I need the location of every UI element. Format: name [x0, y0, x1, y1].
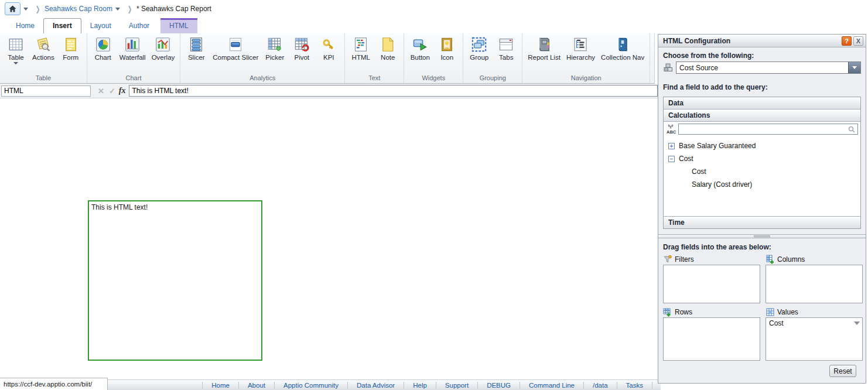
tab-home[interactable]: Home [7, 19, 43, 33]
filters-dropzone[interactable] [663, 265, 760, 303]
values-dropzone[interactable]: Cost [766, 317, 863, 361]
slicer-icon [189, 37, 204, 52]
panel-splitter[interactable] [658, 234, 866, 238]
ribbon-group-label: Analytics [183, 73, 342, 83]
close-button[interactable]: X [853, 36, 863, 46]
room-dropdown-caret[interactable] [115, 8, 120, 11]
picker-button[interactable]: Picker [261, 35, 288, 62]
rows-label: Rows [663, 307, 760, 317]
collection-nav-button[interactable]: Collection Nav [598, 35, 647, 62]
accept-icon[interactable]: ✓ [109, 87, 115, 95]
status-link-command-line[interactable]: Command Line [520, 382, 583, 389]
actions-button[interactable]: Actions [29, 35, 57, 62]
tab-layout[interactable]: Layout [81, 19, 120, 33]
ribbon-group-label: Table [2, 73, 84, 83]
pivot-button[interactable]: Pivot [288, 35, 315, 62]
tab-html-contextual[interactable]: HTML [160, 18, 197, 33]
values-label: Values [766, 307, 863, 317]
cancel-icon[interactable]: ✕ [98, 87, 104, 95]
compact-slicer-icon [228, 37, 243, 52]
waterfall-icon [125, 37, 140, 52]
note-button[interactable]: Note [374, 35, 401, 62]
section-calculations[interactable]: Calculations [664, 110, 860, 122]
help-button[interactable]: ? [842, 36, 852, 46]
table-dropdown-caret [13, 62, 18, 64]
kpi-button[interactable]: KPI [315, 35, 342, 62]
tree-item-cost[interactable]: − Cost [668, 152, 860, 165]
compact-slicer-button[interactable]: Compact Slicer [210, 35, 261, 62]
chart-button[interactable]: Chart [90, 35, 117, 62]
report-list-button[interactable]: Report List [525, 35, 563, 62]
values-field-cost[interactable]: Cost [766, 318, 862, 327]
icon-widget-icon [439, 37, 454, 52]
drag-areas-label: Drag fields into the areas below: [658, 241, 866, 253]
form-button[interactable]: Form [57, 35, 84, 62]
field-search-input[interactable] [679, 125, 848, 134]
source-select[interactable]: Cost Source [676, 61, 861, 74]
pivot-icon [294, 37, 309, 52]
breadcrumb-room[interactable]: Seahawks Cap Room [45, 5, 112, 13]
status-link-apptio-community[interactable]: Apptio Community [274, 382, 347, 389]
reset-row: Reset [658, 365, 866, 377]
status-link-data-advisor[interactable]: Data Advisor [347, 382, 404, 389]
overlay-button[interactable]: Overlay [149, 35, 178, 62]
rows-dropzone[interactable] [663, 317, 760, 361]
icon-widget-button[interactable]: Icon [433, 35, 460, 62]
svg-text:ABC: ABC [667, 129, 676, 135]
ribbon-group-text: HTML Note Text [345, 33, 404, 83]
slicer-button[interactable]: Slicer [183, 35, 210, 62]
table-button[interactable]: Table [2, 35, 29, 66]
ribbon: Table Actions Form Table Chart [0, 33, 655, 84]
ribbon-group-label: Navigation [525, 73, 647, 83]
button-widget-icon [412, 37, 428, 52]
search-icon[interactable] [848, 125, 856, 134]
columns-icon [766, 255, 775, 264]
tree-item-salary-cost-driver[interactable]: Salary (Cost driver) [668, 178, 860, 191]
breadcrumb-chevron: ❯ [128, 5, 132, 13]
expand-icon[interactable]: + [668, 143, 675, 149]
home-dropdown-caret[interactable] [23, 8, 28, 11]
picker-icon [267, 37, 282, 52]
panel-title: HTML Configuration [663, 37, 840, 45]
tab-insert[interactable]: Insert [43, 18, 81, 33]
status-link-tasks[interactable]: Tasks [617, 382, 652, 389]
hierarchy-button[interactable]: Hierarchy [563, 35, 598, 62]
collapse-icon[interactable]: − [668, 156, 675, 162]
home-button[interactable] [5, 2, 20, 15]
report-canvas[interactable]: This is HTML text! [0, 98, 658, 379]
fx-icon[interactable]: fx [119, 86, 126, 95]
group-icon [471, 37, 487, 52]
group-button[interactable]: Group [466, 35, 493, 62]
status-link-data[interactable]: /data [583, 382, 617, 389]
status-link-help[interactable]: Help [404, 382, 436, 389]
status-link-support[interactable]: Support [436, 382, 477, 389]
status-link-debug[interactable]: DEBUG [477, 382, 520, 389]
button-widget-button[interactable]: Button [406, 35, 433, 62]
tab-author[interactable]: Author [120, 19, 158, 33]
html-icon [353, 37, 368, 52]
waterfall-button[interactable]: Waterfall [117, 35, 149, 62]
section-data[interactable]: Data [664, 97, 860, 110]
panel-header: HTML Configuration ? X [658, 35, 866, 47]
reset-button[interactable]: Reset [829, 365, 856, 377]
columns-dropzone[interactable] [766, 265, 863, 303]
html-button[interactable]: HTML [347, 35, 374, 62]
tree-item-cost-child[interactable]: Cost [668, 165, 860, 178]
overlay-icon [155, 37, 170, 52]
ribbon-group-label: Widgets [406, 73, 460, 83]
hierarchy-icon [573, 37, 588, 52]
html-widget[interactable]: This is HTML text! [88, 200, 262, 361]
section-time[interactable]: Time [664, 216, 860, 228]
table-icon [8, 37, 23, 52]
source-row: Cost Source [658, 61, 866, 74]
status-link-about[interactable]: About [238, 382, 274, 389]
tree-item-base-salary[interactable]: + Base Salary Guaranteed [668, 139, 860, 152]
breadcrumb-report: * Seahawks Cap Report [136, 5, 211, 13]
status-link-home[interactable]: Home [202, 382, 238, 389]
name-box[interactable] [1, 85, 91, 97]
source-select-arrow[interactable] [848, 62, 860, 73]
html-configuration-panel: HTML Configuration ? X Choose from the f… [658, 34, 866, 384]
splitter-grip-icon [754, 235, 770, 237]
formula-input[interactable] [129, 85, 658, 97]
tabs-button[interactable]: Tabs [493, 35, 520, 62]
